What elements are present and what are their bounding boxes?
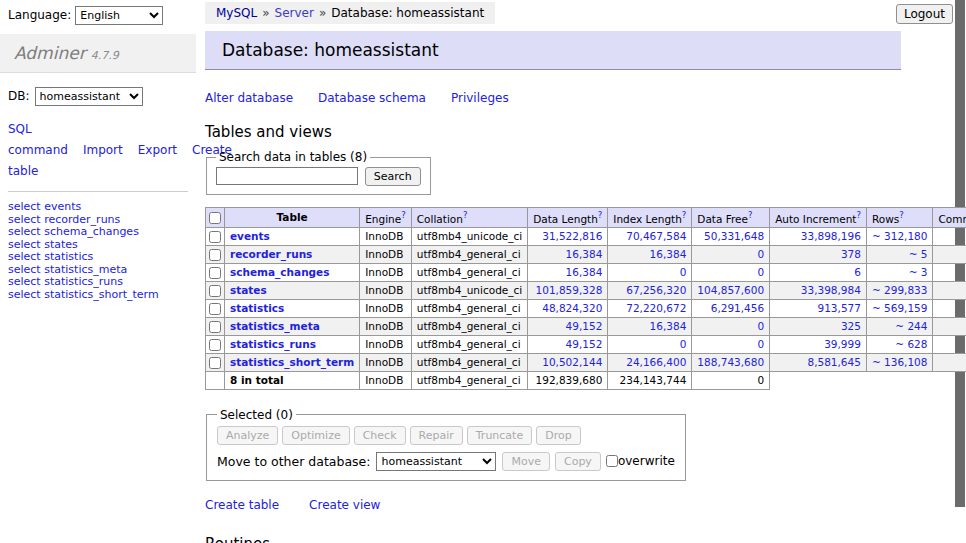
help-icon[interactable]: ? <box>856 210 861 220</box>
sidebar-item-select-statistics-runs[interactable]: select statistics_runs <box>8 276 188 289</box>
row-select-checkbox[interactable] <box>209 285 221 297</box>
rows-link[interactable]: ~ 569,159 <box>872 302 928 314</box>
index-length-link[interactable]: 16,384 <box>650 248 687 260</box>
table-link-statistics_meta[interactable]: statistics_meta <box>230 320 320 332</box>
rows-link[interactable]: ~ 3 <box>909 266 928 278</box>
rows-link[interactable]: ~ 299,833 <box>872 284 928 296</box>
index-length-link[interactable]: 0 <box>680 338 687 350</box>
auto-increment-link[interactable]: 378 <box>841 248 861 260</box>
check-button[interactable]: Check <box>354 426 406 445</box>
move-button[interactable]: Move <box>502 452 550 471</box>
rows-link[interactable]: ~ 244 <box>895 320 927 332</box>
rows-link[interactable]: ~ 628 <box>895 338 927 350</box>
auto-increment-link[interactable]: 33,898,196 <box>801 230 861 242</box>
analyze-button[interactable]: Analyze <box>217 426 278 445</box>
row-select-checkbox[interactable] <box>209 267 221 279</box>
table-link-events[interactable]: events <box>230 230 270 242</box>
data-free-link[interactable]: 0 <box>757 320 764 332</box>
help-icon[interactable]: ? <box>899 210 904 220</box>
table-link-statistics_runs[interactable]: statistics_runs <box>230 338 316 350</box>
search-button[interactable]: Search <box>365 167 421 186</box>
data-length-link[interactable]: 49,152 <box>566 338 603 350</box>
row-select-checkbox[interactable] <box>209 303 221 315</box>
language-label: Language: <box>8 8 71 22</box>
table-name-cell: schema_changes <box>225 263 360 281</box>
index-length-link[interactable]: 24,166,400 <box>626 356 686 368</box>
data-free-link[interactable]: 0 <box>757 266 764 278</box>
rows-link[interactable]: ~ 136,108 <box>872 356 928 368</box>
breadcrumb-mysql-link[interactable]: MySQL <box>216 6 257 20</box>
drop-button[interactable]: Drop <box>536 426 580 445</box>
nav-link-database-schema[interactable]: Database schema <box>318 91 426 105</box>
sidebar-item-select-statistics[interactable]: select statistics <box>8 251 188 264</box>
help-icon[interactable]: ? <box>682 210 687 220</box>
sidebar-item-select-statistics-short-term[interactable]: select statistics_short_term <box>8 289 188 302</box>
table-link-recorder_runs[interactable]: recorder_runs <box>230 248 312 260</box>
index-length-link[interactable]: 0 <box>680 266 687 278</box>
data-length-link[interactable]: 16,384 <box>566 266 603 278</box>
index-length-link[interactable]: 16,384 <box>650 320 687 332</box>
sidebar-item-select-events[interactable]: select events <box>8 201 188 214</box>
help-icon[interactable]: ? <box>748 210 753 220</box>
data-free-link[interactable]: 104,857,600 <box>697 284 764 296</box>
data-free-link[interactable]: 0 <box>757 338 764 350</box>
search-input[interactable] <box>216 167 358 185</box>
row-select-checkbox[interactable] <box>209 357 221 369</box>
auto-increment-link[interactable]: 325 <box>841 320 861 332</box>
data-length-link[interactable]: 31,522,816 <box>542 230 602 242</box>
row-select-checkbox[interactable] <box>209 321 221 333</box>
breadcrumb-server-link[interactable]: Server <box>275 6 314 20</box>
index-length-link[interactable]: 70,467,584 <box>626 230 686 242</box>
help-icon[interactable]: ? <box>401 210 406 220</box>
row-select-checkbox[interactable] <box>209 339 221 351</box>
repair-button[interactable]: Repair <box>410 426 463 445</box>
auto-increment-cell: 913,577 <box>770 299 867 317</box>
move-db-select[interactable]: homeassistant <box>376 452 496 471</box>
table-link-statistics_short_term[interactable]: statistics_short_term <box>230 356 354 368</box>
sidebar-link-sql-command[interactable]: SQL command <box>8 122 68 157</box>
sidebar-link-import[interactable]: Import <box>83 143 123 157</box>
data-free-link[interactable]: 0 <box>757 248 764 260</box>
data-free-link[interactable]: 50,331,648 <box>704 230 764 242</box>
data-length-link[interactable]: 10,502,144 <box>542 356 602 368</box>
index-length-link[interactable]: 72,220,672 <box>626 302 686 314</box>
select-all-checkbox[interactable] <box>209 212 221 224</box>
link-create-view[interactable]: Create view <box>309 498 380 512</box>
copy-button[interactable]: Copy <box>555 452 601 471</box>
column-header-data-free: Data Free? <box>692 208 770 228</box>
auto-increment-link[interactable]: 913,577 <box>818 302 861 314</box>
db-select[interactable]: homeassistant <box>35 87 143 106</box>
index-length-link[interactable]: 67,256,320 <box>626 284 686 296</box>
sidebar-link-export[interactable]: Export <box>138 143 177 157</box>
auto-increment-link[interactable]: 39,999 <box>824 338 861 350</box>
data-length-link[interactable]: 49,152 <box>566 320 603 332</box>
nav-link-privileges[interactable]: Privileges <box>451 91 509 105</box>
data-length-link[interactable]: 48,824,320 <box>542 302 602 314</box>
truncate-button[interactable]: Truncate <box>467 426 532 445</box>
rows-link[interactable]: ~ 5 <box>909 248 928 260</box>
collation-cell: utf8mb4_general_ci <box>411 263 527 281</box>
auto-increment-link[interactable]: 8,581,645 <box>807 356 860 368</box>
help-icon[interactable]: ? <box>598 210 603 220</box>
app-name: Adminer <box>14 43 86 63</box>
row-select-checkbox[interactable] <box>209 249 221 261</box>
auto-increment-link[interactable]: 6 <box>854 266 861 278</box>
nav-link-alter-database[interactable]: Alter database <box>205 91 293 105</box>
overwrite-checkbox[interactable] <box>606 455 618 467</box>
sidebar-item-select-schema-changes[interactable]: select schema_changes <box>8 226 188 239</box>
link-create-table[interactable]: Create table <box>205 498 279 512</box>
rows-link[interactable]: ~ 312,180 <box>872 230 928 242</box>
data-free-link[interactable]: 188,743,680 <box>697 356 764 368</box>
collation-cell: utf8mb4_unicode_ci <box>411 281 527 299</box>
data-length-link[interactable]: 16,384 <box>566 248 603 260</box>
auto-increment-link[interactable]: 33,398,984 <box>801 284 861 296</box>
language-select[interactable]: English <box>75 6 163 25</box>
data-length-link[interactable]: 101,859,328 <box>536 284 603 296</box>
data-free-link[interactable]: 6,291,456 <box>711 302 764 314</box>
table-link-statistics[interactable]: statistics <box>230 302 284 314</box>
table-link-states[interactable]: states <box>230 284 267 296</box>
optimize-button[interactable]: Optimize <box>282 426 349 445</box>
help-icon[interactable]: ? <box>463 210 468 220</box>
table-link-schema_changes[interactable]: schema_changes <box>230 266 330 278</box>
row-select-checkbox[interactable] <box>209 231 221 243</box>
